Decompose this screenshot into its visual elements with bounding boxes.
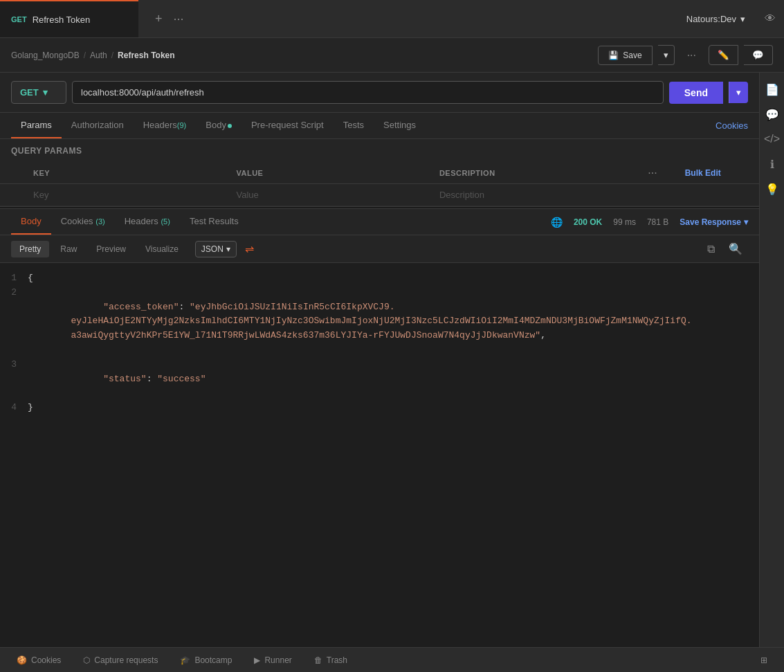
- value-input[interactable]: [225, 184, 428, 206]
- bottom-layout-icon: ⊞: [760, 655, 767, 665]
- line-num-4: 4: [0, 401, 28, 415]
- params-empty-row: [0, 184, 759, 206]
- headers-count-badge: (9): [177, 121, 186, 129]
- save-dropdown-button[interactable]: ▾: [658, 45, 675, 65]
- resp-tab-cookies[interactable]: Cookies (3): [51, 209, 115, 235]
- code-brace-close: }: [28, 401, 759, 415]
- line-num-1: 1: [0, 271, 28, 286]
- save-button[interactable]: 💾 Save: [598, 46, 652, 65]
- send-chevron-icon: ▾: [736, 87, 741, 98]
- tab-method-badge: GET: [11, 15, 27, 24]
- tab-bar: GET Refresh Token + ··· Natours:Dev ▾ 👁: [0, 0, 784, 38]
- send-dropdown-button[interactable]: ▾: [729, 82, 748, 103]
- wrap-button[interactable]: ⇌: [239, 239, 259, 258]
- request-header: Golang_MongoDB / Auth / Refresh Token 💾 …: [0, 38, 784, 73]
- active-tab[interactable]: GET Refresh Token: [0, 0, 138, 37]
- fmt-visualize[interactable]: Visualize: [137, 241, 187, 257]
- tab-actions: + ···: [144, 0, 195, 37]
- workspace-selector[interactable]: Natours:Dev ▾: [675, 0, 756, 37]
- format-dropdown[interactable]: JSON ▾: [195, 241, 237, 257]
- code-line-3: 3 "status": "success": [0, 358, 759, 401]
- eye-button[interactable]: 👁: [756, 0, 784, 37]
- new-tab-button[interactable]: +: [152, 9, 165, 29]
- tab-settings[interactable]: Settings: [374, 113, 426, 138]
- fmt-preview[interactable]: Preview: [88, 241, 134, 257]
- tab-settings-label: Settings: [383, 120, 416, 130]
- workspace-chevron-icon: ▾: [740, 14, 745, 24]
- resp-tab-body[interactable]: Body: [11, 209, 51, 235]
- response-tabs-bar: Body Cookies (3) Headers (5) Test Result…: [0, 209, 759, 235]
- chat-icon: 💬: [765, 108, 779, 121]
- save-response-button[interactable]: Save Response ▾: [680, 217, 748, 227]
- breadcrumb-collection[interactable]: Golang_MongoDB: [11, 51, 80, 60]
- tab-tests[interactable]: Tests: [334, 113, 374, 138]
- key-input[interactable]: [22, 184, 225, 206]
- tab-authorization[interactable]: Authorization: [62, 113, 134, 138]
- tab-tests-label: Tests: [343, 120, 364, 130]
- bottom-trash-button[interactable]: 🗑 Trash: [309, 653, 353, 668]
- globe-icon: 🌐: [551, 217, 563, 228]
- json-key-access-token: "access_token": [82, 302, 179, 312]
- cookies-link[interactable]: Cookies: [715, 120, 748, 131]
- resp-test-results-label: Test Results: [190, 216, 239, 226]
- search-icon: 🔍: [729, 243, 742, 255]
- sidebar-icon-bulb[interactable]: 💡: [761, 178, 783, 200]
- sidebar-icon-code[interactable]: </>: [761, 128, 783, 150]
- header-more-button[interactable]: ···: [680, 45, 703, 66]
- tab-pre-request[interactable]: Pre-request Script: [241, 113, 334, 138]
- resp-body-label: Body: [21, 216, 42, 226]
- bottom-cookies-button[interactable]: 🍪 Cookies: [11, 653, 66, 668]
- send-button[interactable]: Send: [669, 82, 723, 104]
- breadcrumb-sep1: /: [84, 51, 86, 60]
- response-body: 1 { 2 "access_token": "eyJhbGciOiJSUzI1N…: [0, 263, 759, 647]
- bottom-capture-button[interactable]: ⬡ Capture requests: [78, 653, 163, 668]
- tab-body-label: Body: [206, 120, 226, 130]
- resp-tab-test-results[interactable]: Test Results: [180, 209, 248, 235]
- line-num-3: 3: [0, 358, 28, 372]
- fmt-raw[interactable]: Raw: [52, 241, 85, 257]
- bottom-bootcamp-icon: 🎓: [180, 655, 190, 665]
- comment-button[interactable]: 💬: [744, 45, 773, 65]
- save-icon: 💾: [608, 51, 619, 60]
- copy-icon: ⧉: [707, 243, 715, 255]
- search-button[interactable]: 🔍: [723, 239, 748, 258]
- bottom-trash-label: Trash: [327, 655, 347, 665]
- url-input[interactable]: [72, 81, 664, 104]
- tab-body[interactable]: Body: [196, 113, 241, 138]
- code-icon: </>: [764, 133, 780, 145]
- bottom-trash-icon: 🗑: [314, 655, 322, 665]
- sidebar-icon-info[interactable]: ℹ: [761, 153, 783, 175]
- bottom-capture-icon: ⬡: [83, 655, 90, 665]
- method-selector[interactable]: GET ▾: [11, 81, 66, 104]
- sidebar-icon-docs[interactable]: 📄: [761, 78, 783, 100]
- tab-pre-request-label: Pre-request Script: [251, 120, 324, 130]
- breadcrumb-group[interactable]: Auth: [90, 51, 107, 60]
- resp-tab-headers[interactable]: Headers (5): [115, 209, 180, 235]
- resp-headers-count: (5): [161, 217, 170, 226]
- query-params-header: Query Params: [0, 139, 759, 163]
- save-label: Save: [623, 51, 641, 60]
- params-more-button[interactable]: ···: [642, 167, 662, 179]
- copy-button[interactable]: ⧉: [702, 240, 720, 258]
- response-time: 99 ms: [613, 217, 636, 227]
- send-label: Send: [684, 87, 708, 98]
- bulk-edit-button[interactable]: Bulk Edit: [685, 168, 721, 178]
- format-label: JSON: [201, 244, 224, 254]
- bottom-bootcamp-label: Bootcamp: [194, 655, 232, 665]
- edit-button[interactable]: ✏️: [709, 45, 738, 65]
- bulk-edit-label: Bulk Edit: [685, 168, 721, 178]
- description-input[interactable]: [428, 184, 631, 206]
- left-content: GET ▾ Send ▾ Params Authorization Header…: [0, 73, 759, 647]
- tab-params[interactable]: Params: [11, 113, 62, 138]
- info-icon: ℹ: [770, 158, 774, 171]
- resp-cookies-count: (3): [95, 217, 104, 226]
- breadcrumb-current: Refresh Token: [118, 51, 174, 60]
- tab-headers[interactable]: Headers(9): [134, 113, 197, 138]
- bottom-capture-label: Capture requests: [94, 655, 158, 665]
- fmt-pretty[interactable]: Pretty: [11, 241, 49, 257]
- sidebar-icon-chat[interactable]: 💬: [761, 103, 783, 125]
- bottom-runner-button[interactable]: ▶ Runner: [248, 653, 297, 668]
- bottom-layout-button[interactable]: ⊞: [755, 653, 773, 668]
- bottom-bootcamp-button[interactable]: 🎓 Bootcamp: [174, 653, 237, 668]
- more-tabs-button[interactable]: ···: [171, 9, 187, 29]
